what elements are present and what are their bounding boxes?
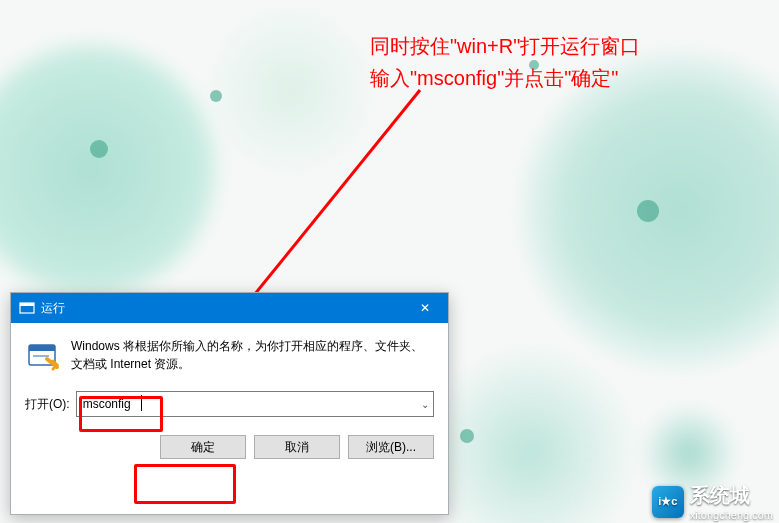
svg-rect-2 <box>20 303 34 306</box>
dialog-button-row: 确定 取消 浏览(B)... <box>11 417 448 473</box>
dialog-description: Windows 将根据你所输入的名称，为你打开相应的程序、文件夹、文档或 Int… <box>71 337 434 373</box>
instruction-line-1: 同时按住"win+R"打开运行窗口 <box>370 30 640 62</box>
watermark-brand-url: xitongcheng.com <box>690 509 773 521</box>
dialog-titlebar[interactable]: 运行 ✕ <box>11 293 448 323</box>
cancel-button[interactable]: 取消 <box>254 435 340 459</box>
text-caret <box>141 395 142 411</box>
close-icon: ✕ <box>420 301 430 315</box>
svg-rect-4 <box>29 345 55 351</box>
run-title-icon <box>19 300 35 316</box>
run-dialog: 运行 ✕ Windows 将根据你所输入的名称，为你打开相应的程序、文件夹、文档… <box>10 292 449 515</box>
run-dialog-icon <box>25 337 61 373</box>
instruction-text: 同时按住"win+R"打开运行窗口 输入"msconfig"并点击"确定" <box>370 30 640 94</box>
dialog-title: 运行 <box>41 300 65 317</box>
close-button[interactable]: ✕ <box>402 293 448 323</box>
open-combobox[interactable]: ⌄ <box>76 391 434 417</box>
instruction-line-2: 输入"msconfig"并点击"确定" <box>370 62 640 94</box>
watermark-logo-icon: i★c <box>652 486 684 518</box>
open-input[interactable] <box>77 392 433 416</box>
browse-button[interactable]: 浏览(B)... <box>348 435 434 459</box>
watermark: i★c 系统城 xitongcheng.com <box>652 482 773 521</box>
svg-rect-5 <box>33 355 49 357</box>
ok-button[interactable]: 确定 <box>160 435 246 459</box>
open-label: 打开(O): <box>25 396 70 413</box>
watermark-brand-cn: 系统城 <box>690 482 773 509</box>
